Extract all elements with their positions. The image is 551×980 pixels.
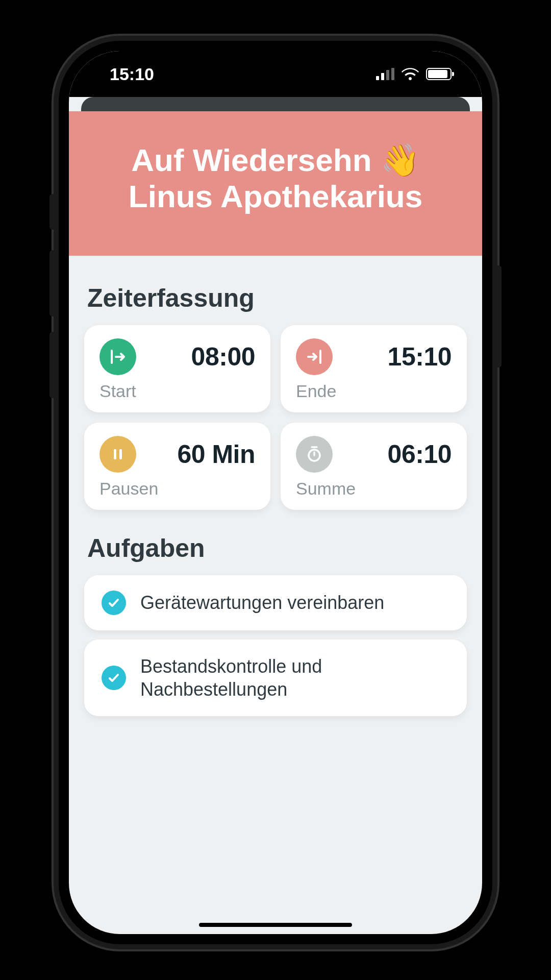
- task-text: Gerätewartungen vereinbaren: [140, 591, 384, 614]
- sum-value: 06:10: [382, 439, 452, 469]
- check-icon: [102, 591, 126, 615]
- end-value: 15:10: [382, 342, 452, 372]
- device-volume-down: [49, 332, 55, 398]
- screen: 15:10 Auf Wiedersehn 👋 Linus Apothekariu…: [69, 51, 482, 934]
- time-tracking-grid: 08:00 Start 15:10 Ende: [84, 325, 467, 510]
- logout-icon: [296, 338, 333, 375]
- task-item[interactable]: Bestandskontrolle und Nachbestellungen: [84, 640, 467, 716]
- device-volume-up: [49, 250, 55, 316]
- status-icons: [376, 68, 452, 80]
- task-item[interactable]: Gerätewartungen vereinbaren: [84, 575, 467, 630]
- pause-icon: [99, 436, 136, 473]
- timer-icon: [296, 436, 333, 473]
- pause-label: Pausen: [99, 479, 255, 499]
- home-indicator[interactable]: [199, 923, 352, 927]
- login-icon: [99, 338, 136, 375]
- greeting-header: Auf Wiedersehn 👋 Linus Apothekarius: [69, 111, 482, 256]
- task-text: Bestandskontrolle und Nachbestellungen: [140, 655, 449, 701]
- pause-value: 60 Min: [171, 439, 255, 469]
- status-bar: 15:10: [69, 51, 482, 97]
- card-pause[interactable]: 60 Min Pausen: [84, 423, 270, 510]
- card-end[interactable]: 15:10 Ende: [281, 325, 467, 412]
- greeting-line-1: Auf Wiedersehn 👋: [84, 142, 467, 178]
- card-sum[interactable]: 06:10 Summe: [281, 423, 467, 510]
- wifi-icon: [402, 68, 419, 80]
- background-sheet: [81, 97, 470, 111]
- check-icon: [102, 666, 126, 690]
- status-time: 15:10: [110, 64, 154, 84]
- svg-rect-0: [114, 449, 116, 459]
- card-start[interactable]: 08:00 Start: [84, 325, 270, 412]
- stage: 15:10 Auf Wiedersehn 👋 Linus Apothekariu…: [0, 0, 551, 980]
- device-silent-switch: [49, 194, 55, 230]
- device-frame: 15:10 Auf Wiedersehn 👋 Linus Apothekariu…: [59, 41, 492, 944]
- svg-rect-1: [119, 449, 122, 459]
- main-content: Zeiterfassung 08:00 Start: [69, 256, 482, 746]
- device-power-button: [496, 265, 502, 368]
- end-label: Ende: [296, 381, 452, 401]
- cellular-icon: [376, 68, 394, 80]
- section-title-time-tracking: Zeiterfassung: [87, 283, 467, 313]
- greeting-line-2: Linus Apothekarius: [84, 178, 467, 214]
- section-title-tasks: Aufgaben: [87, 533, 467, 563]
- battery-icon: [426, 68, 452, 80]
- sum-label: Summe: [296, 479, 452, 499]
- start-value: 08:00: [185, 342, 255, 372]
- start-label: Start: [99, 381, 255, 401]
